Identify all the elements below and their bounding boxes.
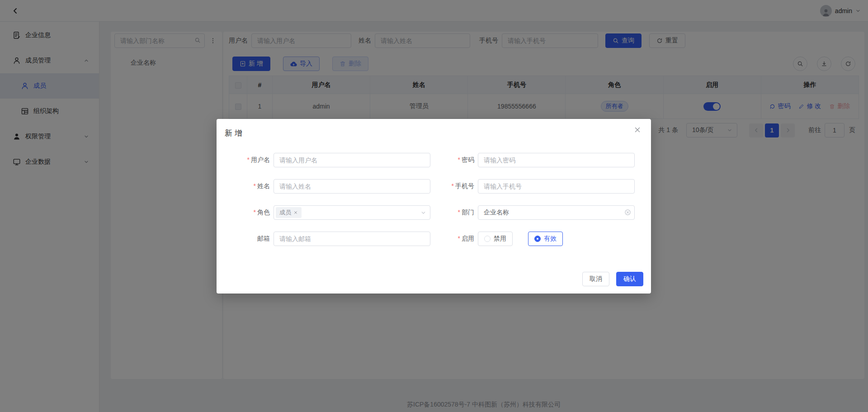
modal-department-input[interactable] <box>478 205 635 220</box>
modal-username-input[interactable] <box>274 153 430 167</box>
modal-title: 新 增 <box>225 128 242 138</box>
cancel-button[interactable]: 取消 <box>582 272 609 286</box>
field-label-password: *密码 <box>430 156 474 164</box>
modal-phone-input[interactable] <box>478 179 635 194</box>
tag-close-icon[interactable] <box>293 210 298 215</box>
field-label-role: *角色 <box>217 208 270 217</box>
field-label-enabled: *启用 <box>430 235 474 243</box>
add-member-modal: 新 增 *用户名 *密码 *姓名 *手机号 <box>217 119 651 294</box>
radio-disabled[interactable]: 禁用 <box>478 232 513 246</box>
modal-footer: 取消 确认 <box>582 272 643 286</box>
confirm-button[interactable]: 确认 <box>616 272 643 286</box>
radio-checked-icon <box>534 236 541 242</box>
clear-icon[interactable] <box>624 209 631 216</box>
modal-form: *用户名 *密码 *姓名 *手机号 <box>217 153 651 258</box>
radio-icon <box>484 236 491 242</box>
field-label-email: 邮箱 <box>217 235 270 243</box>
modal-role-select[interactable]: 成员 <box>274 205 430 220</box>
radio-valid[interactable]: 有效 <box>528 232 563 246</box>
close-icon[interactable] <box>634 126 641 133</box>
enabled-radio-group: 禁用 有效 <box>478 232 563 246</box>
field-label-phone: *手机号 <box>430 182 474 190</box>
role-tag: 成员 <box>276 207 302 218</box>
field-label-department: *部门 <box>430 208 474 217</box>
modal-email-input[interactable] <box>274 232 430 246</box>
app-root: admin 企业信息 成员管理 成员 组织架构 权限管理 企业 <box>0 0 868 412</box>
field-label-username: *用户名 <box>217 156 270 164</box>
modal-name-input[interactable] <box>274 179 430 194</box>
chevron-down-icon <box>420 210 426 216</box>
field-label-name: *姓名 <box>217 182 270 190</box>
modal-password-input[interactable] <box>478 153 635 167</box>
